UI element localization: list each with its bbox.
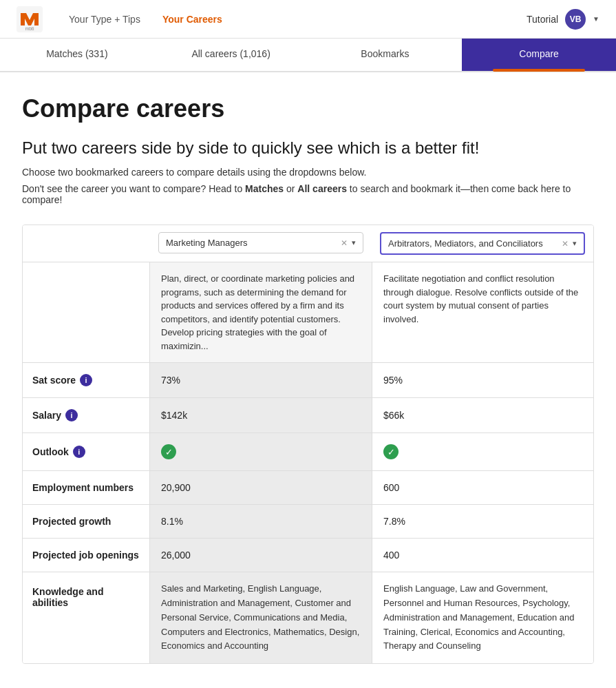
career1-outlook-icon: ✓ [161,444,176,459]
career1-projected-growth: 8.1% [150,505,372,539]
career2-salary: $66k [372,398,593,433]
outlook-info-icon[interactable]: i [73,446,85,458]
career2-employment-numbers: 600 [372,471,593,505]
nav-links: Your Type + Tips Your Careers [69,14,527,25]
desc-label-empty [23,262,150,363]
header-dropdown-arrow[interactable]: ▼ [593,15,599,23]
projected-growth-label: Projected growth [23,505,150,539]
career1-outlook: ✓ [150,433,372,471]
career2-projected-job-openings: 400 [372,539,593,572]
header-right: Tutorial VB ▼ [527,9,599,30]
tab-compare[interactable]: Compare [462,39,616,71]
outlook-label: Outlook i [23,433,150,471]
svg-text:mbti: mbti [25,26,34,31]
career1-selected-name: Marketing Managers [166,238,341,248]
tutorial-link[interactable]: Tutorial [527,14,558,25]
career2-clear-button[interactable]: ✕ [562,239,569,249]
career2-dropdown-arrow[interactable]: ▾ [573,239,577,248]
projected-job-openings-label: Projected job openings [23,539,150,572]
career2-outlook: ✓ [372,433,593,471]
tab-all-careers[interactable]: All careers (1,016) [154,39,308,71]
career1-dropdown-arrow[interactable]: ▾ [352,238,356,247]
career1-sat-score: 73% [150,363,372,398]
description-text: Choose two bookmarked careers to compare… [22,167,594,178]
career1-clear-button[interactable]: ✕ [341,238,348,248]
page-title: Compare careers [22,94,594,123]
avatar-button[interactable]: VB [565,9,586,30]
selector-empty [23,225,150,262]
career2-selected-name: Arbitrators, Mediators, and Conciliators [388,238,562,249]
career2-projected-growth: 7.8% [372,505,593,539]
sat-score-info-icon[interactable]: i [80,374,92,386]
note-matches-link[interactable]: Matches [245,183,284,194]
note-all-careers-link[interactable]: All careers [297,183,347,194]
app-header: mbti Your Type + Tips Your Careers Tutor… [0,0,616,39]
career1-dropdown[interactable]: Marketing Managers ✕ ▾ [158,232,363,253]
career2-description: Facilitate negotiation and conflict reso… [372,262,593,363]
career2-outlook-icon: ✓ [383,444,399,459]
career1-projected-job-openings: 26,000 [150,539,372,572]
career2-sat-score: 95% [372,363,593,398]
sat-score-label: Sat score i [23,363,150,398]
career1-selector-cell: Marketing Managers ✕ ▾ [150,225,372,262]
salary-info-icon[interactable]: i [65,409,78,421]
career1-employment-numbers: 20,900 [150,471,372,505]
nav-your-careers[interactable]: Your Careers [162,14,222,25]
nav-your-type-tips[interactable]: Your Type + Tips [69,14,140,25]
knowledge-label: Knowledge and abilities [23,572,150,663]
employment-numbers-label: Employment numbers [23,471,150,505]
subtitle: Put two careers side by side to quickly … [22,137,594,158]
salary-label: Salary i [23,398,150,433]
note-text: Don't see the career you want to compare… [22,183,594,205]
career2-dropdown[interactable]: Arbitrators, Mediators, and Conciliators… [380,232,585,255]
tab-matches[interactable]: Matches (331) [0,39,154,71]
tab-bookmarks[interactable]: Bookmarks [308,39,463,71]
logo[interactable]: mbti [17,6,47,32]
career1-knowledge: Sales and Marketing, English Language, A… [150,572,372,663]
main-content: Compare careers Put two careers side by … [0,72,616,688]
compare-grid: Marketing Managers ✕ ▾ Arbitrators, Medi… [22,225,594,664]
career2-selector-cell: Arbitrators, Mediators, and Conciliators… [372,225,593,262]
career2-knowledge: English Language, Law and Government, Pe… [372,572,593,663]
career1-description: Plan, direct, or coordinate marketing po… [150,262,372,363]
tabs-bar: Matches (331) All careers (1,016) Bookma… [0,39,616,72]
career1-salary: $142k [150,398,372,433]
